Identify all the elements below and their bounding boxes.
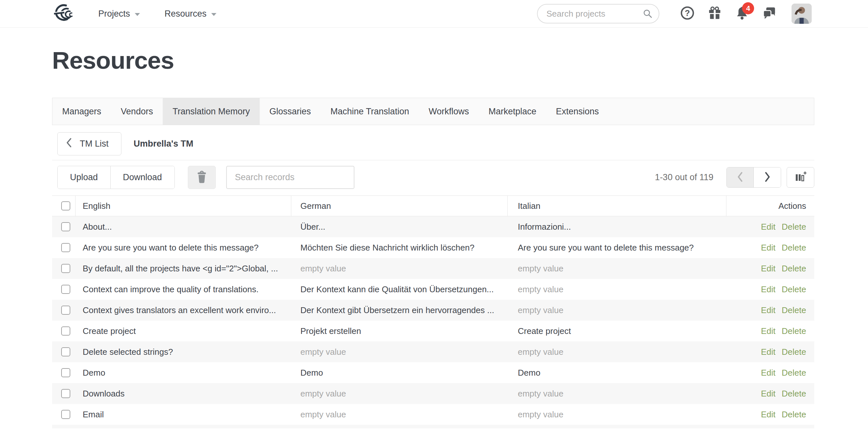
search-projects-input[interactable] [537,4,659,24]
user-avatar[interactable] [792,4,812,24]
help-button[interactable]: ? [680,6,695,21]
pagination-range: 1-30 out of 119 [655,172,713,182]
row-actions-cell: EditDelete [726,383,814,404]
download-button[interactable]: Download [110,166,175,189]
row-checkbox[interactable] [61,222,70,231]
edit-link[interactable]: Edit [761,347,776,357]
row-actions-cell: EditDelete [726,258,814,279]
brand-logo[interactable] [52,4,78,24]
spiral-logo-icon [52,4,78,24]
column-header-actions: Actions [726,196,814,216]
table-row: By default, all the projects have <g id=… [52,258,814,279]
edit-link[interactable]: Edit [761,409,776,420]
row-checkbox[interactable] [61,243,70,252]
table-row: About...Über...Informazioni...EditDelete [52,216,814,237]
cell-english: Downloads [75,383,291,404]
cell-english: Are you sure you want to delete this mes… [75,237,291,258]
table-body: About...Über...Informazioni...EditDelete… [52,216,814,425]
tab-machine-translation[interactable]: Machine Translation [320,98,419,125]
edit-link[interactable]: Edit [761,368,776,378]
row-checkbox-cell [52,321,75,341]
messages-button[interactable] [762,6,777,21]
tab-extensions[interactable]: Extensions [546,98,609,125]
cell-italian: Create project [508,321,726,341]
delete-link[interactable]: Delete [782,305,806,315]
row-checkbox[interactable] [61,285,70,294]
cell-italian: empty value [508,383,726,404]
navbar-right: ? 4 [537,4,812,24]
row-actions-cell: EditDelete [726,362,814,383]
delete-link[interactable]: Delete [782,264,806,273]
table-header: English German Italian Actions [52,196,814,216]
select-all-checkbox[interactable] [61,201,70,210]
table-row: Context can improve the quality of trans… [52,279,814,300]
edit-link[interactable]: Edit [761,264,776,273]
nav-menu-resources-label: Resources [165,9,207,19]
nav-menu-projects[interactable]: Projects [98,9,140,19]
delete-selected-button[interactable] [188,166,216,189]
manage-columns-button[interactable] [787,167,814,188]
cell-italian: empty value [508,258,726,279]
upload-button[interactable]: Upload [58,166,110,189]
chevron-down-icon [211,13,216,16]
delete-link[interactable]: Delete [782,326,806,336]
delete-link[interactable]: Delete [782,243,806,253]
tab-managers[interactable]: Managers [53,98,111,125]
tab-glossaries[interactable]: Glossaries [260,98,321,125]
tab-marketplace[interactable]: Marketplace [479,98,546,125]
page-content: Resources ManagersVendorsTranslation Mem… [52,46,814,428]
gift-button[interactable] [707,6,722,21]
cell-german: Über... [291,216,508,237]
delete-link[interactable]: Delete [782,222,806,232]
row-checkbox[interactable] [61,306,70,315]
row-checkbox[interactable] [61,264,70,273]
search-icon[interactable] [643,8,653,20]
row-checkbox[interactable] [61,410,70,419]
edit-link[interactable]: Edit [761,326,776,336]
cell-italian: empty value [508,279,726,300]
next-page-button[interactable] [754,168,781,187]
toolbar-right: 1-30 out of 119 [655,167,814,188]
help-icon: ? [680,5,695,22]
records-toolbar: Upload Download 1-30 out of 119 [52,166,814,189]
row-checkbox[interactable] [61,326,70,336]
svg-text:?: ? [685,8,690,18]
row-actions-cell: EditDelete [726,404,814,425]
table-row: Are you sure you want to delete this mes… [52,237,814,258]
delete-link[interactable]: Delete [782,368,806,378]
edit-link[interactable]: Edit [761,243,776,253]
delete-link[interactable]: Delete [782,347,806,357]
row-checkbox[interactable] [61,368,70,377]
edit-link[interactable]: Edit [761,222,776,232]
edit-link[interactable]: Edit [761,389,776,399]
edit-link[interactable]: Edit [761,305,776,315]
top-navbar: Projects Resources ? [0,0,868,28]
cell-italian: Are you sure you want to delete this mes… [508,237,726,258]
row-checkbox[interactable] [61,389,70,398]
tab-translation-memory[interactable]: Translation Memory [163,98,260,125]
delete-link[interactable]: Delete [782,284,806,294]
search-records-input[interactable] [226,166,354,189]
cell-german: empty value [291,341,508,362]
tab-bar: ManagersVendorsTranslation MemoryGlossar… [52,98,814,125]
edit-link[interactable]: Edit [761,284,776,294]
table-row: Delete selected strings?empty valueempty… [52,341,814,362]
cell-italian: empty value [508,300,726,321]
tm-list-back-button[interactable]: TM List [57,132,121,155]
cell-italian: Informazioni... [508,216,726,237]
notifications-button[interactable]: 4 [735,6,749,21]
tab-vendors[interactable]: Vendors [111,98,163,125]
row-actions-cell: EditDelete [726,300,814,321]
columns-icon [794,170,807,185]
delete-link[interactable]: Delete [782,389,806,399]
table-row: DemoDemoDemoEditDelete [52,362,814,383]
delete-link[interactable]: Delete [782,409,806,420]
trash-icon [196,170,208,184]
cell-english: About... [75,216,291,237]
prev-page-button[interactable] [727,168,754,187]
row-checkbox-cell [52,404,75,425]
tab-workflows[interactable]: Workflows [419,98,479,125]
nav-menu-resources[interactable]: Resources [165,9,216,19]
row-checkbox[interactable] [61,347,70,356]
column-header-english: English [75,196,291,216]
